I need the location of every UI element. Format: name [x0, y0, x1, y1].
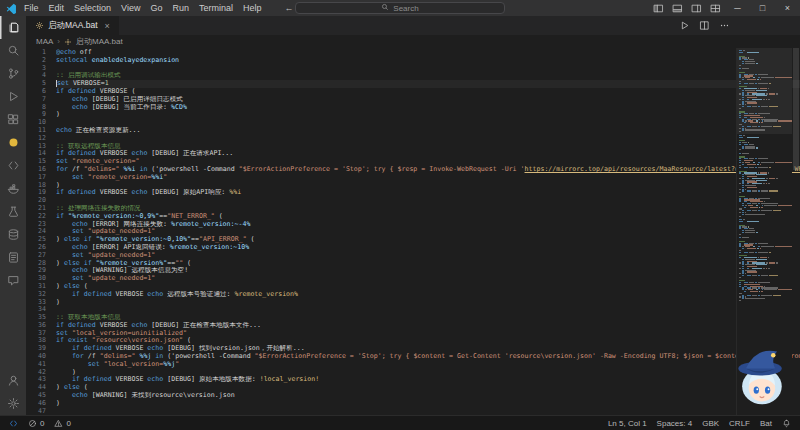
activity-search[interactable]: [0, 39, 26, 62]
tab-close-icon[interactable]: ×: [105, 21, 110, 31]
code-line[interactable]: echo [DEBUG] 已启用详细日志模式: [56, 96, 800, 104]
code-line[interactable]: set "remote_version=%%i": [56, 174, 800, 182]
code-line[interactable]: [56, 65, 800, 73]
menu-terminal[interactable]: Terminal: [194, 3, 238, 13]
activity-docker[interactable]: [0, 177, 26, 200]
code-line[interactable]: if defined VERBOSE echo [DEBUG] 找到versio…: [56, 345, 800, 353]
activity-chat[interactable]: [0, 269, 26, 292]
maximize-button[interactable]: □: [750, 3, 775, 13]
gutter: 1234567891011121314151617181920212223242…: [26, 48, 52, 415]
breadcrumb-file[interactable]: 启动MAA.bat: [76, 36, 123, 47]
remote-indicator[interactable]: [4, 416, 23, 430]
error-icon: [28, 419, 37, 428]
menu-file[interactable]: File: [19, 3, 44, 13]
toggle-panel-button[interactable]: [668, 3, 687, 14]
menu-selection[interactable]: Selection: [69, 3, 116, 13]
code-line[interactable]: set "update_needed=1": [56, 275, 800, 283]
problems-warnings[interactable]: 0: [49, 416, 75, 430]
code-line[interactable]: if defined VERBOSE (: [56, 88, 800, 96]
code-line[interactable]: if defined VERBOSE echo [DEBUG] 原始API响应:…: [56, 189, 800, 197]
code-line[interactable]: ): [56, 369, 800, 377]
activity-bar-bottom: [0, 369, 26, 415]
code-line[interactable]: ) else if "%remote_version%"=="" (: [56, 260, 800, 268]
code-line[interactable]: ): [56, 182, 800, 190]
code-line[interactable]: [56, 197, 800, 205]
scrollbar-thumb[interactable]: [793, 48, 799, 170]
code-line[interactable]: set "update_needed=1": [56, 252, 800, 260]
activity-database[interactable]: [0, 223, 26, 246]
activity-extensions[interactable]: [0, 108, 26, 131]
code-line[interactable]: ) else (: [56, 384, 800, 392]
activity-notebook[interactable]: [0, 246, 26, 269]
command-center[interactable]: Search: [295, 2, 505, 14]
customize-layout-button[interactable]: [706, 3, 725, 14]
code-line[interactable]: @echo off: [56, 49, 800, 57]
activity-extension-yellow[interactable]: [0, 131, 26, 154]
code-line[interactable]: [56, 135, 800, 143]
code-line[interactable]: [56, 119, 800, 127]
more-actions-button[interactable]: [719, 20, 730, 31]
toggle-sidebar-button[interactable]: [649, 3, 668, 14]
minimize-button[interactable]: ─: [725, 3, 750, 13]
indentation[interactable]: Spaces: 4: [652, 416, 698, 430]
code-line[interactable]: echo [ERROR] 网络连接失败: %remote_version:~-4…: [56, 221, 800, 229]
activity-bar: [0, 16, 26, 415]
activity-testing[interactable]: [0, 200, 26, 223]
code-line[interactable]: :: 处理网络连接失败的情况: [56, 205, 800, 213]
code-line[interactable]: :: 启用调试输出模式: [56, 72, 800, 80]
code-line[interactable]: if "%remote_version:~0,9%"=="NET_ERROR_"…: [56, 213, 800, 221]
code-line[interactable]: [56, 306, 800, 314]
activity-source-control[interactable]: [0, 62, 26, 85]
activity-run-debug[interactable]: [0, 85, 26, 108]
code-line[interactable]: ) else if "%remote_version:~0,10%"=="API…: [56, 236, 800, 244]
code-line[interactable]: ): [56, 400, 800, 408]
menu-run[interactable]: Run: [167, 3, 194, 13]
activity-settings[interactable]: [0, 392, 26, 415]
problems-errors[interactable]: 0: [23, 416, 49, 430]
code-line[interactable]: set "local_version=uninitialized": [56, 330, 800, 338]
code-line[interactable]: echo [WARNING] 远程版本信息为空!: [56, 267, 800, 275]
code-line[interactable]: setlocal enabledelayedexpansion: [56, 57, 800, 65]
toggle-secondary-sidebar-button[interactable]: [687, 3, 706, 14]
activity-explorer[interactable]: [0, 16, 26, 39]
code-line[interactable]: ): [56, 111, 800, 119]
code-line[interactable]: ): [56, 299, 800, 307]
code-line[interactable]: echo 正在检查资源更新...: [56, 127, 800, 135]
menu-edit[interactable]: Edit: [44, 3, 70, 13]
code-line[interactable]: :: 获取远程版本信息: [56, 143, 800, 151]
notifications[interactable]: [777, 416, 796, 430]
code-line[interactable]: set "update_needed=1": [56, 228, 800, 236]
code-line[interactable]: [56, 408, 800, 415]
code-line[interactable]: set "remote_version=": [56, 158, 800, 166]
code-line[interactable]: if defined VERBOSE echo 远程版本号验证通过: %remo…: [56, 291, 800, 299]
code-line[interactable]: :: 获取本地版本信息: [56, 314, 800, 322]
activity-remote-explorer[interactable]: [0, 154, 26, 177]
menu-help[interactable]: Help: [238, 3, 267, 13]
close-button[interactable]: ×: [775, 3, 800, 13]
code-line[interactable]: if defined VERBOSE echo [DEBUG] 原始本地版本数据…: [56, 376, 800, 384]
cursor-position[interactable]: Ln 5, Col 1: [603, 416, 652, 430]
menu-view[interactable]: View: [116, 3, 145, 13]
split-editor-button[interactable]: [699, 20, 710, 31]
code-line[interactable]: ) else (: [56, 283, 800, 291]
language-mode[interactable]: Bat: [755, 416, 777, 430]
code-line[interactable]: for /f "delims=" %%i in ('powershell -Co…: [56, 166, 800, 174]
eol[interactable]: CRLF: [724, 416, 755, 430]
run-button[interactable]: [679, 20, 690, 31]
code-line[interactable]: echo [DEBUG] 当前工作目录: %CD%: [56, 104, 800, 112]
code-line[interactable]: set VERBOSE=1: [56, 80, 800, 88]
code-line[interactable]: if defined VERBOSE echo [DEBUG] 正在检查本地版本…: [56, 322, 800, 330]
code-line[interactable]: for /f "delims=" %%j in ('powershell -Co…: [56, 353, 800, 361]
tab-active[interactable]: 启动MAA.bat ×: [26, 16, 119, 35]
menu-go[interactable]: Go: [145, 3, 167, 13]
code-line[interactable]: set "local_version=%%j": [56, 361, 800, 369]
code-area[interactable]: @echo offsetlocal enabledelayedexpansion…: [52, 48, 800, 415]
back-button[interactable]: ←: [284, 3, 293, 13]
breadcrumb-folder[interactable]: MAA: [36, 37, 53, 46]
code-line[interactable]: echo [ERROR] API返回错误: %remote_version:~1…: [56, 244, 800, 252]
encoding[interactable]: GBK: [697, 416, 724, 430]
code-line[interactable]: if exist "resource\version.json" (: [56, 337, 800, 345]
code-line[interactable]: echo [WARNING] 未找到resource\version.json: [56, 392, 800, 400]
activity-account[interactable]: [0, 369, 26, 392]
code-line[interactable]: if defined VERBOSE echo [DEBUG] 正在请求API.…: [56, 150, 800, 158]
